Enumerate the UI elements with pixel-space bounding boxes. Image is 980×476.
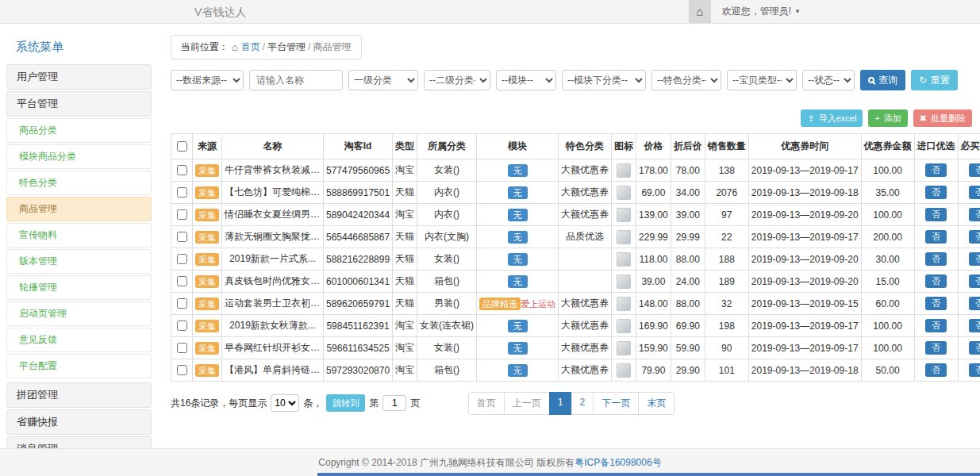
must-buy-toggle[interactable]: 否	[969, 163, 980, 177]
search-button[interactable]: 查询	[860, 70, 905, 90]
row-checkbox[interactable]	[177, 165, 187, 175]
status-select[interactable]: --状态--	[802, 70, 855, 90]
select-all-checkbox[interactable]	[177, 141, 187, 152]
product-category: 内衣(文胸)	[417, 226, 477, 248]
reset-button[interactable]: ↻ 重置	[911, 70, 958, 90]
product-category: 女装()	[417, 159, 477, 182]
import-select-toggle[interactable]: 否	[925, 186, 947, 199]
row-select-cell	[171, 204, 193, 226]
row-checkbox[interactable]	[177, 321, 187, 331]
name-input[interactable]	[249, 70, 343, 90]
module-select[interactable]: --模块--	[496, 70, 556, 90]
feature-category: 大额优惠券	[559, 359, 612, 382]
row-checkbox[interactable]	[177, 276, 187, 286]
home-button[interactable]: ⌂	[689, 0, 711, 23]
row-checkbox[interactable]	[177, 298, 187, 309]
sidebar-subitem[interactable]: 平台配置	[6, 354, 152, 378]
product-name: 情侣睡衣女夏丝绸男士...	[222, 204, 324, 226]
per-page-select[interactable]: 10	[271, 394, 299, 412]
item-type-select[interactable]: --宝贝类型--	[727, 70, 797, 90]
must-buy-toggle[interactable]: 否	[969, 252, 980, 266]
row-checkbox[interactable]	[177, 209, 187, 220]
sidebar-subitem[interactable]: 宣传物料	[6, 223, 152, 248]
product-name: 【七色坊】可爱纯棉家...	[222, 182, 324, 204]
import-select-toggle[interactable]: 否	[925, 274, 947, 288]
must-buy-toggle[interactable]: 否	[969, 208, 980, 221]
sidebar-subitem[interactable]: 特色分类	[6, 171, 152, 195]
pager-item[interactable]: 首页	[468, 392, 505, 415]
product-thumbnail	[617, 319, 631, 333]
import-select-toggle[interactable]: 否	[925, 163, 947, 177]
per-page-unit: 条，	[303, 397, 322, 410]
import-select-toggle[interactable]: 否	[925, 297, 947, 310]
pager-item[interactable]: 末页	[638, 392, 674, 415]
row-checkbox[interactable]	[177, 365, 187, 375]
sidebar-item[interactable]: 省赚快报	[6, 409, 152, 435]
sidebar-subitem[interactable]: 商品管理	[6, 197, 152, 221]
discount-price: 69.90	[671, 315, 705, 337]
sidebar-item[interactable]: 平台管理	[6, 91, 152, 117]
page-summary: 共16条记录，每页显示 10 条， 跳转到 第 页	[171, 394, 420, 412]
import-excel-button[interactable]: ⇪ 导入excel	[801, 109, 863, 127]
add-button[interactable]: + 添加	[868, 109, 907, 127]
row-checkbox[interactable]	[177, 254, 187, 264]
taoke-id: 598451162391	[324, 315, 393, 337]
feature-category: 大额优惠券	[559, 293, 612, 315]
must-buy-toggle[interactable]: 否	[969, 319, 980, 332]
import-excel-label: 导入excel	[819, 113, 857, 125]
row-checkbox[interactable]	[177, 187, 187, 198]
import-select-toggle[interactable]: 否	[925, 230, 947, 244]
discount-price: 24.00	[671, 271, 705, 293]
table-row: 采集运动套装男士卫衣初秋...589620659791天猫男装()品牌精选爱上运…	[171, 293, 980, 315]
sidebar-item[interactable]: 拼团管理	[6, 382, 152, 408]
user-menu[interactable]: 欢迎您，管理员! ▼	[722, 5, 801, 18]
sidebar-subitem[interactable]: 模块商品分类	[6, 144, 152, 169]
page-jump-input[interactable]	[382, 395, 406, 411]
breadcrumb-item: 商品管理	[313, 41, 352, 52]
row-checkbox[interactable]	[177, 232, 187, 242]
sidebar-subitem[interactable]: 商品分类	[6, 118, 152, 143]
must-buy-toggle[interactable]: 否	[969, 186, 980, 199]
category-level2-select[interactable]: --二级分类--	[424, 70, 490, 90]
must-buy-toggle[interactable]: 否	[969, 363, 980, 377]
batch-delete-button[interactable]: ✖ 批量删除	[913, 109, 972, 127]
discount-price: 39.00	[671, 204, 705, 226]
pager-item[interactable]: 下一页	[593, 392, 639, 415]
import-select-toggle[interactable]: 否	[925, 363, 947, 377]
sidebar-subitem[interactable]: 启动页管理	[6, 301, 152, 326]
row-select-cell	[171, 182, 193, 204]
row-checkbox[interactable]	[177, 343, 187, 353]
sidebar-subitem[interactable]: 轮播管理	[6, 275, 152, 300]
must-buy-toggle[interactable]: 否	[969, 341, 980, 355]
must-buy-toggle[interactable]: 否	[969, 274, 980, 288]
row-select-cell	[171, 293, 193, 315]
sidebar-subitem[interactable]: 版本管理	[6, 249, 152, 274]
jump-button[interactable]: 跳转到	[326, 394, 365, 412]
pager-item[interactable]: 2	[571, 392, 594, 415]
sidebar-item[interactable]: 用户管理	[6, 64, 152, 90]
sidebar-subitem[interactable]: 意见反馈	[6, 328, 152, 352]
import-select-toggle[interactable]: 否	[925, 341, 947, 355]
import-select-toggle[interactable]: 否	[925, 208, 947, 221]
discount-price: 88.00	[671, 293, 705, 315]
must-buy-toggle[interactable]: 否	[969, 297, 980, 310]
icp-link[interactable]: 粤ICP备16098006号	[575, 456, 661, 470]
data-source-select[interactable]: --数据来源--	[171, 70, 244, 90]
module-badge: 无	[508, 164, 528, 177]
taoke-id: 601000601341	[324, 271, 393, 293]
import-select-toggle[interactable]: 否	[925, 319, 947, 332]
module-sub-select[interactable]: --模块下分类--	[562, 70, 646, 90]
feature-category: 大额优惠券	[559, 315, 612, 337]
coupon-amount: 200.00	[861, 226, 914, 248]
pager-item[interactable]: 1	[549, 392, 572, 415]
category-level1-select[interactable]: 一级分类	[348, 70, 418, 90]
breadcrumb-item[interactable]: 首页	[241, 41, 260, 52]
row-select-cell	[171, 359, 193, 382]
module-cell: 无	[477, 315, 559, 337]
feature-select[interactable]: --特色分类--	[651, 70, 721, 90]
import-select-toggle[interactable]: 否	[925, 252, 947, 266]
must-buy-toggle[interactable]: 否	[969, 230, 980, 244]
coupon-amount: 100.00	[861, 159, 914, 182]
product-category: 男装()	[417, 293, 477, 315]
pager-item[interactable]: 上一页	[504, 392, 550, 415]
